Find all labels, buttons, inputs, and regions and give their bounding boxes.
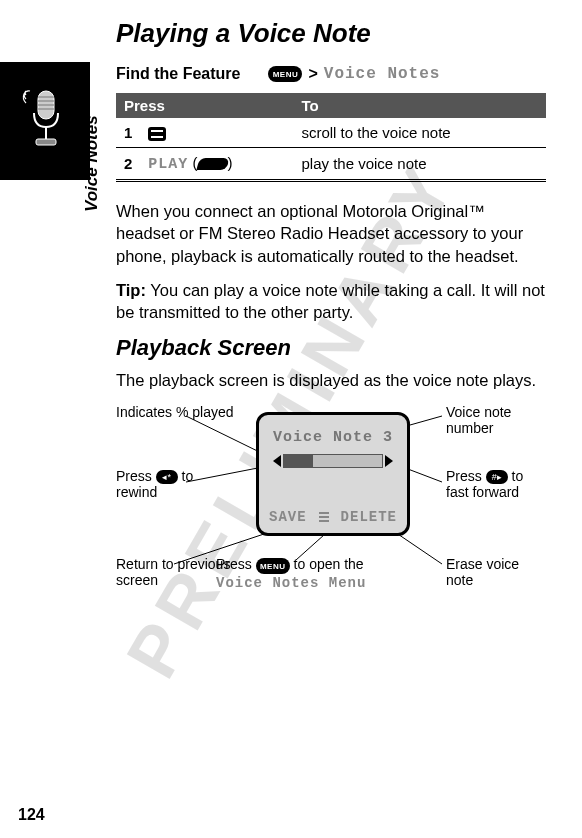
callout-rewind: Press ◂* to rewind [116, 468, 236, 502]
col-press: Press [116, 93, 293, 118]
callout-text: to open the [290, 556, 364, 572]
step-number: 1 [116, 118, 140, 148]
menu-indicator-icon [319, 512, 329, 522]
progress-bar [283, 454, 383, 468]
paragraph: The playback screen is displayed as the … [116, 369, 546, 391]
softkey-icon [196, 158, 229, 170]
phone-screen: Voice Note 3 SAVE DELETE [256, 412, 410, 536]
col-to: To [293, 93, 546, 118]
softkey-row: SAVE DELETE [259, 509, 407, 525]
body-text: The playback screen is displayed as the … [116, 369, 546, 391]
forward-arrow-icon [385, 455, 393, 467]
steps-table: Press To 1 scroll to the voice note 2 PL… [116, 93, 546, 182]
softkey-label: PLAY [148, 156, 188, 173]
menu-key-icon: MENU [268, 66, 302, 82]
table-row: 2 PLAY () play the voice note [116, 148, 546, 181]
playback-diagram: Voice Note 3 SAVE DELETE Indicates % pla… [116, 404, 546, 634]
progress-fill [284, 455, 313, 467]
svg-rect-6 [36, 139, 56, 145]
rewind-arrow-icon [273, 455, 281, 467]
press-cell: PLAY () [140, 148, 293, 181]
progress-row [259, 454, 407, 468]
menu-key-icon: MENU [256, 558, 290, 574]
callout-open-menu: Press MENU to open the Voice Notes Menu [216, 556, 416, 593]
tip-label: Tip: [116, 281, 146, 299]
menu-name: Voice Notes Menu [216, 575, 366, 591]
tip-paragraph: Tip: You can play a voice note while tak… [116, 279, 546, 324]
right-softkey-label: DELETE [341, 509, 397, 525]
star-key-icon: ◂* [156, 470, 178, 484]
breadcrumb-separator: > [308, 65, 317, 83]
callout-text: Press [216, 556, 256, 572]
side-icon-block: Voice Notes [0, 62, 90, 180]
page-title: Playing a Voice Note [116, 18, 546, 49]
callout-fast-forward: Press #▸ to fast forward [446, 468, 546, 502]
callout-note-number: Voice note number [446, 404, 546, 438]
find-the-feature-label: Find the Feature [116, 65, 240, 83]
find-the-feature-row: Find the Feature MENU > Voice Notes [116, 65, 546, 83]
callout-erase: Erase voice note [446, 556, 546, 590]
subheading: Playback Screen [116, 335, 546, 361]
microphone-icon [20, 85, 70, 157]
callout-text: Press [446, 468, 486, 484]
nav-key-icon [148, 127, 166, 141]
nav-path-item: Voice Notes [324, 65, 441, 83]
to-cell: play the voice note [293, 148, 546, 181]
table-row: 1 scroll to the voice note [116, 118, 546, 148]
callout-percent-played: Indicates % played [116, 404, 234, 421]
side-section-label: Voice Notes [82, 115, 102, 212]
pound-key-icon: #▸ [486, 470, 508, 484]
to-cell: scroll to the voice note [293, 118, 546, 148]
tip-text: You can play a voice note while taking a… [116, 281, 545, 321]
left-softkey-label: SAVE [269, 509, 307, 525]
press-cell [140, 118, 293, 148]
body-text: When you connect an optional Motorola Or… [116, 200, 546, 323]
nav-path: MENU > Voice Notes [268, 65, 440, 83]
page-number: 124 [18, 806, 45, 824]
paragraph: When you connect an optional Motorola Or… [116, 200, 546, 267]
icon-box [0, 62, 90, 180]
callout-text: Press [116, 468, 156, 484]
step-number: 2 [116, 148, 140, 181]
voice-note-title: Voice Note 3 [259, 429, 407, 446]
